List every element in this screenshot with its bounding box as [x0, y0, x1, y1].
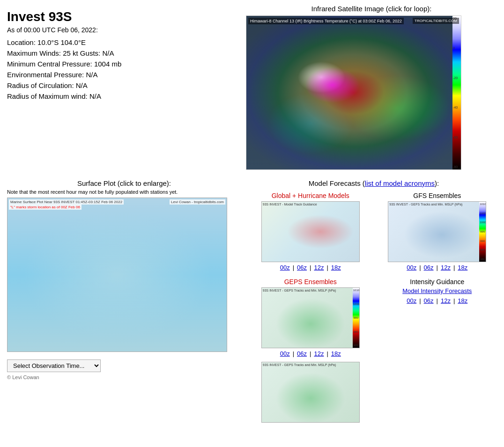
model-card-geps: GEPS Ensembles 1010 1000 990 980 970 00z: [251, 278, 371, 357]
map-credit: Levi Cowan - tropicaltidbits.com: [170, 199, 225, 205]
geps-bottom-img-inner: [262, 362, 359, 422]
page-title: Invest 93S: [7, 9, 237, 24]
colorbar: 20 0 -20 -40 -60 -80: [452, 16, 461, 169]
model-card-title-geps: GEPS Ensembles: [251, 278, 371, 286]
intensity-12z-link[interactable]: 12z: [441, 297, 451, 304]
gfs-image[interactable]: 1010 1005 1000 995 990 985 980: [388, 201, 486, 262]
geps-12z-link[interactable]: 12z: [314, 350, 324, 357]
gfs-colorbar: 1010 1005 1000 995 990 985 980: [479, 202, 486, 262]
max-winds-text: Maximum Winds: 25 kt Gusts: N/A: [7, 49, 237, 57]
model-card-global-hurricane: Global + Hurricane Models 00z | 06z | 12…: [251, 192, 371, 271]
surface-map-image[interactable]: Marine Surface Plot Near 93S INVEST 01:4…: [7, 198, 227, 352]
model-card-title-gfs: GFS Ensembles: [378, 192, 497, 199]
global-hurricane-image[interactable]: [261, 201, 360, 262]
geps-img-inner: [262, 288, 359, 348]
map-sublabel: "L" marks storm location as of 00Z Feb 0…: [9, 205, 82, 210]
model-card-title-intensity: Intensity Guidance: [378, 278, 497, 286]
global-12z-link[interactable]: 12z: [314, 264, 324, 271]
gfs-12z-link[interactable]: 12z: [441, 264, 451, 271]
satellite-section-title: Infrared Satellite Image (click for loop…: [246, 5, 497, 13]
radius-max-wind-text: Radius of Maximum wind: N/A: [7, 92, 237, 100]
model-card-intensity: Intensity Guidance Model Intensity Forec…: [378, 278, 497, 357]
model-acronyms-link[interactable]: list of model acronyms: [365, 179, 435, 187]
global-06z-link[interactable]: 06z: [297, 264, 307, 271]
map-label: Marine Surface Plot Near 93S INVEST 01:4…: [9, 199, 124, 205]
global-00z-link[interactable]: 00z: [280, 264, 290, 271]
geps-06z-link[interactable]: 06z: [297, 350, 307, 357]
geps-links: 00z | 06z | 12z | 18z: [251, 350, 371, 357]
surface-plot-title: Surface Plot (click to enlarge):: [7, 179, 241, 187]
satellite-image[interactable]: 20 0 -20 -40 -60 -80: [246, 15, 461, 170]
global-hurricane-links: 00z | 06z | 12z | 18z: [251, 264, 371, 271]
gfs-18z-link[interactable]: 18z: [458, 264, 467, 271]
observation-time-select[interactable]: Select Observation Time...: [7, 359, 101, 372]
geps-00z-link[interactable]: 00z: [280, 350, 290, 357]
model-intensity-forecasts-link[interactable]: Model Intensity Forecasts: [378, 287, 497, 294]
global-hurricane-img-inner: [262, 202, 359, 262]
env-pressure-text: Environmental Pressure: N/A: [7, 71, 237, 79]
min-pressure-text: Minimum Central Pressure: 1004 mb: [7, 60, 237, 68]
model-forecasts-title: Model Forecasts (list of model acronyms)…: [251, 179, 497, 187]
geps-colorbar: 1010 1000 990 980 970: [353, 288, 359, 348]
model-card-title-global: Global + Hurricane Models: [251, 192, 371, 199]
footer-text: © Levi Cowan: [7, 374, 241, 380]
gfs-00z-link[interactable]: 00z: [407, 264, 416, 271]
gfs-img-inner: [388, 202, 486, 262]
intensity-00z-link[interactable]: 00z: [407, 297, 416, 304]
surface-plot-note: Note that the most recent hour may not b…: [7, 189, 241, 195]
intensity-06z-link[interactable]: 06z: [424, 297, 434, 304]
radius-circulation-text: Radius of Circulation: N/A: [7, 81, 237, 89]
as-of-text: As of 00:00 UTC Feb 06, 2022:: [7, 26, 237, 34]
global-18z-link[interactable]: 18z: [331, 264, 341, 271]
geps-18z-link[interactable]: 18z: [331, 350, 341, 357]
location-text: Location: 10.0°S 104.0°E: [7, 38, 237, 46]
geps-bottom-image[interactable]: [261, 362, 360, 423]
intensity-links: 00z | 06z | 12z | 18z: [378, 297, 497, 304]
intensity-18z-link[interactable]: 18z: [458, 297, 467, 304]
geps-image[interactable]: 1010 1000 990 980 970: [261, 287, 360, 348]
gfs-links: 00z | 06z | 12z | 18z: [378, 264, 497, 271]
model-card-gfs: GFS Ensembles 1010 1005 1000 995 990 985…: [378, 192, 497, 271]
gfs-06z-link[interactable]: 06z: [424, 264, 434, 271]
